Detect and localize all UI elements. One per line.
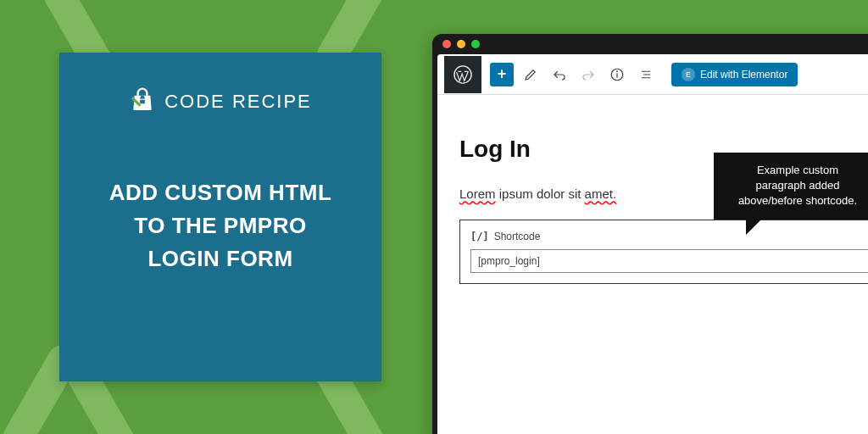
edit-with-elementor-button[interactable]: E Edit with Elementor xyxy=(671,63,798,86)
headline-line: LOGIN FORM xyxy=(85,242,356,275)
annotation-tooltip: Example custom paragraph added above/bef… xyxy=(714,153,868,220)
elementor-badge-icon: E xyxy=(682,68,695,81)
undo-button[interactable] xyxy=(548,63,571,86)
close-dot-icon[interactable] xyxy=(442,40,451,48)
elementor-button-label: Edit with Elementor xyxy=(700,69,787,81)
plus-icon: + xyxy=(498,65,507,83)
headline-line: TO THE PMPRO xyxy=(85,209,356,242)
svg-point-4 xyxy=(617,70,618,71)
add-block-button[interactable]: + xyxy=(490,63,514,86)
tooltip-line: Example custom xyxy=(724,163,868,178)
browser-window: + E Edit with Elementor Log In xyxy=(432,34,868,434)
tooltip-line: above/before shortcode. xyxy=(724,193,868,209)
info-button[interactable] xyxy=(605,63,629,86)
block-label-text: Shortcode xyxy=(494,231,541,242)
bag-lock-icon xyxy=(129,86,156,117)
shortcode-input[interactable] xyxy=(470,249,868,273)
brand-row: CODE RECIPE xyxy=(85,86,356,117)
headline: ADD CUSTOM HTML TO THE PMPRO LOGIN FORM xyxy=(85,176,356,275)
paragraph-word: dolor xyxy=(537,186,565,201)
shortcode-icon: [/] xyxy=(470,231,489,242)
edit-mode-button[interactable] xyxy=(519,63,542,86)
redo-button[interactable] xyxy=(576,63,600,86)
titlebar xyxy=(432,34,868,54)
maximize-dot-icon[interactable] xyxy=(471,40,480,48)
minimize-dot-icon[interactable] xyxy=(457,40,465,48)
shortcode-block[interactable]: [/] Shortcode xyxy=(459,220,868,284)
paragraph-word: Lorem xyxy=(459,186,496,201)
block-header: [/] Shortcode xyxy=(470,231,868,242)
brand-label: CODE RECIPE xyxy=(164,91,312,113)
promo-card: CODE RECIPE ADD CUSTOM HTML TO THE PMPRO… xyxy=(59,53,381,381)
wordpress-logo-icon[interactable] xyxy=(444,56,481,93)
wp-toolbar: + E Edit with Elementor xyxy=(437,54,868,95)
viewport: + E Edit with Elementor Log In xyxy=(437,54,868,434)
paragraph-word: amet. xyxy=(585,186,617,201)
paragraph-word: sit xyxy=(568,186,581,201)
tooltip-line: paragraph added xyxy=(724,178,868,193)
paragraph-word: ipsum xyxy=(499,186,533,201)
editor-content: Log In Lorem ipsum dolor sit amet. [/] S… xyxy=(437,95,868,303)
outline-button[interactable] xyxy=(634,63,658,86)
headline-line: ADD CUSTOM HTML xyxy=(85,176,356,209)
